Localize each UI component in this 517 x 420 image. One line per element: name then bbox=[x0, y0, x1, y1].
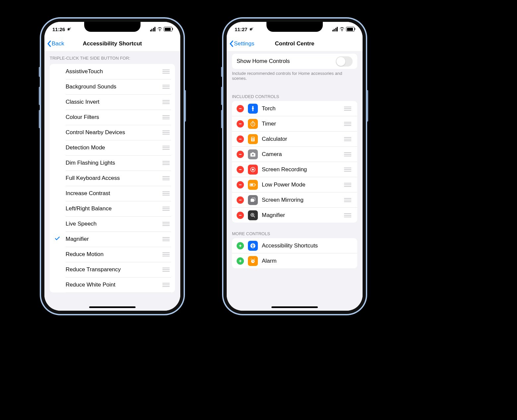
control-label: Calculator bbox=[262, 136, 339, 142]
reorder-handle-icon[interactable] bbox=[161, 144, 171, 151]
control-row[interactable]: Alarm bbox=[232, 253, 357, 268]
shortcut-row[interactable]: Reduce Transparency bbox=[50, 262, 175, 277]
back-button[interactable]: Back bbox=[44, 40, 64, 47]
reorder-handle-icon[interactable] bbox=[161, 175, 171, 182]
reorder-handle-icon[interactable] bbox=[343, 136, 353, 142]
reorder-handle-icon[interactable] bbox=[343, 121, 353, 127]
reorder-handle-icon[interactable] bbox=[343, 212, 353, 219]
svg-point-9 bbox=[252, 140, 253, 140]
shortcut-row[interactable]: Increase Contrast bbox=[50, 186, 175, 201]
control-label: Alarm bbox=[262, 258, 353, 264]
remove-button[interactable] bbox=[237, 181, 244, 188]
shortcut-label: Background Sounds bbox=[66, 83, 161, 90]
reorder-handle-icon[interactable] bbox=[161, 236, 171, 242]
shortcut-row[interactable]: Control Nearby Devices bbox=[50, 125, 175, 140]
show-home-controls-row[interactable]: Show Home Controls bbox=[232, 54, 357, 69]
shortcut-row[interactable]: AssistiveTouch bbox=[50, 64, 175, 79]
reorder-handle-icon[interactable] bbox=[343, 197, 353, 203]
remove-button[interactable] bbox=[237, 166, 244, 173]
back-label: Back bbox=[52, 40, 64, 47]
control-row[interactable]: Screen Recording bbox=[232, 162, 357, 177]
svg-rect-5 bbox=[252, 137, 254, 138]
reorder-handle-icon[interactable] bbox=[161, 68, 171, 75]
add-button[interactable] bbox=[237, 242, 244, 249]
control-row[interactable]: Low Power Mode bbox=[232, 177, 357, 192]
control-row[interactable]: Torch bbox=[232, 101, 357, 116]
reorder-handle-icon[interactable] bbox=[343, 151, 353, 158]
control-row[interactable]: Screen Mirroring bbox=[232, 192, 357, 207]
back-label: Settings bbox=[234, 40, 254, 47]
svg-point-10 bbox=[253, 140, 253, 140]
control-label: Accessibility Shortcuts bbox=[262, 242, 353, 249]
remove-button[interactable] bbox=[237, 120, 244, 128]
remove-button[interactable] bbox=[237, 105, 244, 112]
reorder-handle-icon[interactable] bbox=[161, 129, 171, 136]
shortcut-row[interactable]: Left/Right Balance bbox=[50, 201, 175, 216]
control-label: Screen Mirroring bbox=[262, 197, 339, 203]
home-indicator[interactable] bbox=[89, 306, 136, 308]
remove-button[interactable] bbox=[237, 151, 244, 158]
remove-button[interactable] bbox=[237, 135, 244, 143]
reorder-handle-icon[interactable] bbox=[161, 83, 171, 90]
remove-button[interactable] bbox=[237, 212, 244, 219]
shortcut-row[interactable]: Classic Invert bbox=[50, 94, 175, 110]
shortcut-label: Reduce Transparency bbox=[66, 266, 161, 273]
home-indicator[interactable] bbox=[271, 306, 318, 308]
remove-button[interactable] bbox=[237, 196, 244, 204]
reorder-handle-icon[interactable] bbox=[343, 105, 353, 112]
svg-point-7 bbox=[253, 139, 253, 139]
reorder-handle-icon[interactable] bbox=[343, 166, 353, 173]
back-button[interactable]: Settings bbox=[227, 40, 254, 47]
shortcut-row[interactable]: Background Sounds bbox=[50, 79, 175, 94]
svg-rect-1 bbox=[239, 124, 242, 124]
screen: 11:27 Settings Control Centre bbox=[227, 22, 363, 311]
calculator-icon bbox=[248, 134, 258, 144]
included-controls-list: TorchTimerCalculatorCameraScreen Recordi… bbox=[232, 101, 357, 223]
shortcut-label: Control Nearby Devices bbox=[66, 129, 161, 136]
control-row[interactable]: Magnifier bbox=[232, 207, 357, 223]
shortcut-row[interactable]: Full Keyboard Access bbox=[50, 171, 175, 186]
iphone-frame-right: 11:27 Settings Control Centre bbox=[222, 17, 367, 315]
camera-icon bbox=[248, 149, 258, 159]
shortcut-row[interactable]: Reduce White Point bbox=[50, 277, 175, 292]
shortcut-row[interactable]: Colour Filters bbox=[50, 110, 175, 125]
reorder-handle-icon[interactable] bbox=[161, 160, 171, 166]
volume-up-button bbox=[221, 87, 222, 105]
content-area[interactable]: Show Home Controls Include recommended c… bbox=[227, 51, 363, 311]
shortcut-row[interactable]: Magnifier bbox=[50, 232, 175, 247]
svg-point-16 bbox=[252, 169, 254, 171]
battery-icon bbox=[346, 27, 355, 31]
home-controls-card: Show Home Controls bbox=[232, 54, 357, 69]
reorder-handle-icon[interactable] bbox=[343, 182, 353, 188]
add-button[interactable] bbox=[237, 257, 244, 265]
control-row[interactable]: Accessibility Shortcuts bbox=[232, 238, 357, 253]
svg-rect-17 bbox=[239, 184, 242, 185]
home-controls-toggle[interactable] bbox=[336, 56, 353, 67]
reorder-handle-icon[interactable] bbox=[161, 99, 171, 105]
reorder-handle-icon[interactable] bbox=[161, 282, 171, 288]
shortcut-row[interactable]: Live Speech bbox=[50, 216, 175, 232]
reorder-handle-icon[interactable] bbox=[161, 221, 171, 227]
shortcut-row[interactable]: Reduce Motion bbox=[50, 247, 175, 262]
battery-icon bbox=[164, 27, 172, 31]
control-row[interactable]: Camera bbox=[232, 146, 357, 162]
shortcut-label: Magnifier bbox=[66, 236, 161, 242]
reorder-handle-icon[interactable] bbox=[161, 266, 171, 273]
reorder-handle-icon[interactable] bbox=[161, 251, 171, 258]
shortcut-label: Reduce Motion bbox=[66, 251, 161, 258]
reorder-handle-icon[interactable] bbox=[161, 114, 171, 121]
control-row[interactable]: Calculator bbox=[232, 131, 357, 146]
shortcut-label: Dim Flashing Lights bbox=[66, 160, 161, 166]
home-controls-footer: Include recommended controls for Home ac… bbox=[227, 69, 363, 85]
reorder-handle-icon[interactable] bbox=[161, 190, 171, 197]
shortcut-row[interactable]: Detection Mode bbox=[50, 140, 175, 155]
content-area[interactable]: TRIPLE-CLICK THE SIDE BUTTON FOR: Assist… bbox=[44, 51, 180, 311]
silence-switch bbox=[221, 67, 222, 77]
svg-point-13 bbox=[252, 154, 254, 155]
shortcut-row[interactable]: Dim Flashing Lights bbox=[50, 155, 175, 171]
reorder-handle-icon[interactable] bbox=[161, 205, 171, 212]
page-title: Accessibility Shortcut bbox=[44, 40, 180, 47]
control-row[interactable]: Timer bbox=[232, 116, 357, 131]
control-label: Screen Recording bbox=[262, 166, 339, 173]
svg-point-11 bbox=[253, 140, 254, 140]
